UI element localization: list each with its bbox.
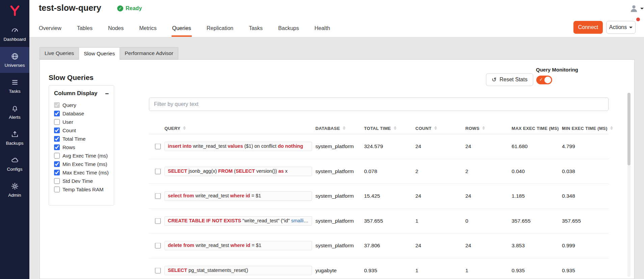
query-cell[interactable]: CREATE TABLE IF NOT EXISTS "write_read_t… bbox=[164, 216, 312, 226]
checkbox-user[interactable] bbox=[54, 119, 60, 125]
sql-segment: SELECT bbox=[168, 168, 188, 174]
checkbox-max-exec-time-ms[interactable] bbox=[54, 170, 60, 175]
row-checkbox[interactable] bbox=[155, 144, 161, 149]
tab-replication[interactable]: Replication bbox=[207, 19, 233, 37]
column-option-std-dev-time[interactable]: Std Dev Time bbox=[54, 177, 109, 185]
column-option-database[interactable]: Database bbox=[54, 109, 109, 118]
checkbox-query bbox=[54, 102, 60, 108]
cell-database: system_platform bbox=[315, 168, 354, 174]
checkbox-min-exec-time-ms[interactable] bbox=[54, 161, 60, 167]
checkbox-rows[interactable] bbox=[54, 144, 60, 150]
column-option-label: Max Exec Time (ms) bbox=[62, 170, 109, 175]
tab-nodes[interactable]: Nodes bbox=[108, 19, 124, 37]
column-display-card: Column Display − QueryDatabaseUserCountT… bbox=[49, 85, 114, 205]
checkbox-total-time[interactable] bbox=[54, 136, 60, 142]
user-menu[interactable] bbox=[629, 4, 644, 13]
sidebar-item-label: Backups bbox=[6, 141, 24, 146]
column-header-label: DATABASE bbox=[315, 125, 340, 131]
sort-asc-icon bbox=[610, 127, 613, 128]
vertical-scrollbar[interactable] bbox=[627, 93, 630, 277]
row-checkbox[interactable] bbox=[155, 168, 161, 174]
cell-database: system_platform bbox=[315, 193, 354, 199]
row-checkbox[interactable] bbox=[155, 243, 161, 249]
column-header-rows[interactable]: ROWS bbox=[465, 125, 485, 131]
sidebar-item-tasks[interactable]: Tasks bbox=[0, 73, 29, 99]
subtab-live-queries[interactable]: Live Queries bbox=[40, 47, 79, 59]
query-cell[interactable]: SELECT jsonb_agg(x) FROM (SELECT version… bbox=[164, 167, 312, 176]
column-header-total-time[interactable]: TOTAL TIME bbox=[364, 125, 396, 131]
sidebar-item-admin[interactable]: Admin bbox=[0, 177, 29, 203]
cell-rows: 24 bbox=[465, 193, 471, 199]
universe-title: test-slow-query bbox=[39, 3, 101, 13]
cell-min-exec-time-ms: 4.799 bbox=[562, 143, 575, 149]
column-option-total-time[interactable]: Total Time bbox=[54, 135, 109, 143]
sidebar: DashboardUniversesTasksAlertsBackupsConf… bbox=[0, 0, 29, 279]
sidebar-item-dashboard[interactable]: Dashboard bbox=[0, 21, 29, 47]
sql-segment: smallint bbox=[291, 218, 309, 223]
column-header-database[interactable]: DATABASE bbox=[315, 125, 345, 131]
tab-queries[interactable]: Queries bbox=[172, 19, 191, 37]
dashboard-icon bbox=[11, 26, 19, 34]
query-cell[interactable]: delete from write_read_test where id = $… bbox=[164, 241, 312, 250]
row-checkbox[interactable] bbox=[155, 218, 161, 224]
scrollbar-thumb[interactable] bbox=[627, 93, 630, 165]
sql-segment: x bbox=[285, 168, 287, 174]
table-row: select from write_read_test where id = $… bbox=[149, 184, 609, 209]
sort-icon bbox=[482, 127, 485, 130]
cell-min-exec-time-ms: 0.348 bbox=[562, 193, 575, 199]
column-option-rows[interactable]: Rows bbox=[54, 143, 109, 151]
table-row: CREATE TABLE IF NOT EXISTS "write_read_t… bbox=[149, 209, 609, 234]
checkbox-avg-exec-time-ms[interactable] bbox=[54, 153, 60, 159]
column-option-query[interactable]: Query bbox=[54, 101, 109, 109]
sort-icon bbox=[183, 127, 186, 130]
checkbox-std-dev-time[interactable] bbox=[54, 178, 60, 184]
minus-icon[interactable]: − bbox=[105, 90, 109, 97]
row-checkbox[interactable] bbox=[155, 268, 161, 273]
sort-desc-icon bbox=[482, 129, 485, 130]
column-option-temp-tables-ram[interactable]: Temp Tables RAM bbox=[54, 185, 109, 194]
subtab-slow-queries[interactable]: Slow Queries bbox=[79, 47, 120, 60]
sort-asc-icon bbox=[394, 127, 396, 128]
cell-min-exec-time-ms: 0.999 bbox=[562, 243, 575, 249]
sidebar-item-configs[interactable]: Configs bbox=[0, 151, 29, 177]
checkbox-database[interactable] bbox=[54, 111, 60, 116]
sql-segment: on conflict bbox=[254, 143, 278, 149]
column-option-count[interactable]: Count bbox=[54, 126, 109, 135]
column-header-query[interactable]: QUERY bbox=[164, 125, 186, 131]
query-cell[interactable]: insert into write_read_test values ($1) … bbox=[164, 142, 312, 151]
tab-backups[interactable]: Backups bbox=[278, 19, 299, 37]
column-option-min-exec-time-ms[interactable]: Min Exec Time (ms) bbox=[54, 160, 109, 168]
query-cell[interactable]: select from write_read_test where id = $… bbox=[164, 191, 312, 201]
tab-metrics[interactable]: Metrics bbox=[139, 19, 157, 37]
sidebar-item-universes[interactable]: Universes bbox=[0, 47, 29, 73]
column-option-max-exec-time-ms[interactable]: Max Exec Time (ms) bbox=[54, 168, 109, 177]
sort-asc-icon bbox=[343, 127, 345, 128]
sort-asc-icon bbox=[482, 127, 485, 128]
actions-button[interactable]: Actions bbox=[606, 21, 636, 34]
admin-icon bbox=[11, 182, 19, 190]
row-checkbox[interactable] bbox=[155, 193, 161, 199]
query-cell[interactable]: SELECT pg_stat_statements_reset() bbox=[164, 266, 312, 275]
cell-min-exec-time-ms: 0.038 bbox=[562, 168, 575, 174]
checkbox-count[interactable] bbox=[54, 128, 60, 133]
sidebar-item-backups[interactable]: Backups bbox=[0, 125, 29, 151]
tab-health[interactable]: Health bbox=[314, 19, 330, 37]
yugabyte-logo[interactable] bbox=[0, 0, 29, 21]
column-header-label: QUERY bbox=[164, 125, 180, 131]
column-header-max-exec-time-ms[interactable]: MAX EXEC TIME (MS) bbox=[512, 125, 564, 131]
tab-overview[interactable]: Overview bbox=[39, 19, 61, 37]
subtab-performance-advisor[interactable]: Performance Advisor bbox=[120, 47, 178, 59]
sidebar-item-label: Alerts bbox=[9, 115, 21, 120]
sql-segment: ($1) bbox=[244, 143, 254, 149]
checkbox-temp-tables-ram[interactable] bbox=[54, 187, 60, 192]
tab-tasks[interactable]: Tasks bbox=[249, 19, 263, 37]
connect-button[interactable]: Connect bbox=[573, 21, 603, 34]
column-option-user[interactable]: User bbox=[54, 118, 109, 126]
sql-segment: values bbox=[228, 143, 244, 149]
column-header-min-exec-time-ms[interactable]: MIN EXEC TIME (MS) bbox=[562, 125, 613, 131]
tab-tables[interactable]: Tables bbox=[77, 19, 93, 37]
sidebar-item-alerts[interactable]: Alerts bbox=[0, 99, 29, 125]
cell-total-time: 0.078 bbox=[364, 168, 377, 174]
column-header-count[interactable]: COUNT bbox=[415, 125, 437, 131]
column-option-avg-exec-time-ms[interactable]: Avg Exec Time (ms) bbox=[54, 151, 109, 160]
